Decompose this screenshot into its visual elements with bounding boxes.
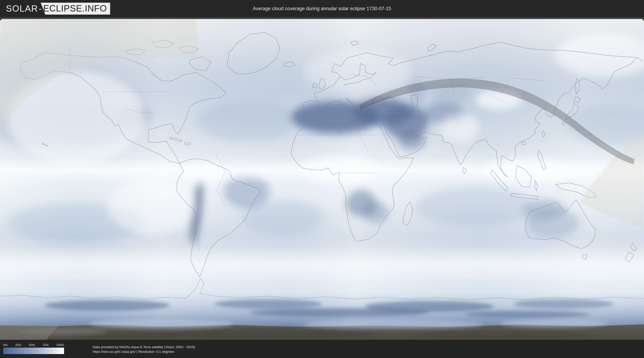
legend-tick-labels: 0% 25% 50% 75% 100%: [3, 343, 64, 347]
world-map-svg: [0, 19, 644, 340]
legend-tick-0: 0%: [3, 343, 8, 347]
logo-dash-icon: -: [39, 4, 42, 14]
attribution-line-2: https://neo.sci.gsfc.nasa.gov | Resoluti…: [93, 349, 195, 354]
legend-tick-50: 50%: [29, 343, 35, 347]
antarctica-band: [0, 319, 644, 340]
data-attribution: Data provided by NASAs Aqua & Terra sate…: [93, 345, 195, 354]
southern-bright-band: [0, 246, 644, 282]
legend-gradient-bar: [3, 348, 64, 354]
map-top-strip: [0, 17, 644, 19]
legend-tick-100: 100%: [56, 343, 64, 347]
page-title: Average cloud coverage during annular so…: [0, 0, 644, 17]
cloud-coverage-legend: 0% 25% 50% 75% 100%: [3, 343, 64, 354]
world-map-canvas[interactable]: [0, 19, 644, 340]
legend-tick-75: 75%: [42, 343, 49, 347]
footer-bar: 0% 25% 50% 75% 100% Data provided by NAS…: [0, 340, 644, 358]
header-bar: SOLAR-ECLIPSE.INFO Average cloud coverag…: [0, 0, 644, 17]
legend-tick-25: 25%: [15, 343, 21, 347]
attribution-line-1: Data provided by NASAs Aqua & Terra sate…: [93, 345, 195, 349]
